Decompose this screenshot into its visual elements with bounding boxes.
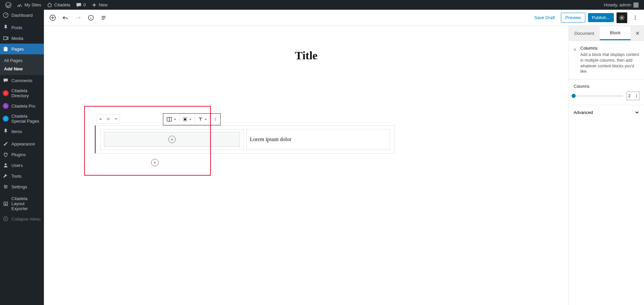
comments-link[interactable]: 0: [73, 0, 89, 10]
columns-value: 2: [628, 94, 631, 98]
valign-icon: [197, 116, 203, 122]
sidebar-item-users[interactable]: Users: [0, 160, 44, 171]
sidebar-item-dashboard[interactable]: Dashboard: [0, 10, 44, 20]
plus-icon: [91, 2, 97, 8]
panel-close[interactable]: ✕: [631, 30, 644, 37]
advanced-section[interactable]: Advanced: [569, 105, 644, 120]
preview-button[interactable]: Preview: [561, 13, 585, 22]
citadela-special-icon: [3, 116, 9, 122]
plus-circle-icon: +: [151, 159, 159, 166]
sidebar-item-citadela-layout[interactable]: Citadela Layout Exporter: [0, 194, 44, 213]
sidebar-item-items[interactable]: Items: [0, 126, 44, 137]
block-type-columns[interactable]: [163, 114, 179, 125]
block-desc-text: Add a block that displays content in mul…: [580, 52, 639, 74]
block-more-button[interactable]: [210, 114, 220, 125]
column-appender[interactable]: +: [104, 132, 240, 147]
svg-point-5: [5, 187, 6, 188]
sidebar-item-citadela-directory[interactable]: Citadela Directory: [0, 86, 44, 101]
sidebar-item-tools[interactable]: Tools: [0, 171, 44, 181]
valign-button[interactable]: [195, 114, 210, 125]
svg-point-4: [6, 186, 7, 187]
site-name-label: Citadela: [54, 2, 70, 7]
sidebar-item-label: Items: [11, 129, 22, 134]
chevron-down-icon: [189, 118, 192, 121]
new-label: New: [99, 2, 108, 7]
undo-button[interactable]: [60, 12, 71, 23]
save-draft-button[interactable]: Save Draft: [531, 13, 558, 22]
columns-label: Columns: [574, 84, 639, 89]
sidebar-item-posts[interactable]: Posts: [0, 22, 44, 33]
add-block-button[interactable]: [47, 12, 58, 23]
sidebar-item-label: Appearance: [11, 141, 35, 146]
admin-bar: My Sites Citadela 0 New Howdy, admin: [0, 0, 644, 10]
sidebar-item-pages[interactable]: Pages: [0, 44, 44, 54]
sidebar-item-media[interactable]: Media: [0, 33, 44, 44]
sidebar-item-label: Dashboard: [11, 13, 33, 18]
admin-bar-right[interactable]: Howdy, admin: [601, 2, 641, 8]
redo-icon: [75, 14, 81, 21]
sidebar-item-comments[interactable]: Comments: [0, 75, 44, 86]
settings-panel: Document Block ✕ Columns Add a block tha…: [569, 26, 644, 305]
media-icon: [3, 35, 9, 41]
dots-vertical-icon: [213, 116, 218, 122]
citadela-dir-icon: [3, 90, 9, 96]
sidebar-item-label: Users: [11, 163, 23, 168]
submenu-add-new[interactable]: Add New: [0, 65, 44, 73]
chevron-down-icon: [204, 118, 207, 121]
column-2[interactable]: Lorem ipsum dolor: [246, 129, 390, 150]
svg-point-12: [635, 19, 636, 20]
editor-canvas[interactable]: Title: [44, 26, 569, 305]
sidebar-item-label: Plugins: [11, 152, 26, 157]
sidebar-item-appearance[interactable]: Appearance: [0, 138, 44, 149]
new-link[interactable]: New: [89, 0, 110, 10]
site-link[interactable]: Citadela: [44, 0, 73, 10]
sidebar-item-citadela-special[interactable]: Citadela Special Pages: [0, 111, 44, 126]
more-menu[interactable]: [630, 12, 641, 23]
sidebar-item-plugins[interactable]: Plugins: [0, 149, 44, 160]
svg-point-22: [215, 119, 216, 120]
move-up[interactable]: [97, 115, 105, 123]
wp-logo[interactable]: [3, 0, 14, 10]
comment-icon: [3, 77, 9, 83]
comment-icon: [76, 2, 82, 8]
column-1[interactable]: +: [100, 129, 244, 150]
sidebar-item-settings[interactable]: Settings: [0, 181, 44, 192]
dots-vertical-icon: [632, 14, 639, 21]
svg-point-16: [107, 119, 108, 120]
sidebar-item-label: Citadela Directory: [11, 88, 41, 98]
columns-icon: [166, 116, 173, 123]
submenu-all-pages[interactable]: All Pages: [0, 56, 44, 65]
drag-icon: [106, 117, 110, 121]
drag-handle[interactable]: [105, 115, 112, 123]
sidebar-item-citadela-pro[interactable]: Citadela Pro: [0, 101, 44, 111]
columns-slider[interactable]: [574, 96, 623, 97]
redo-button[interactable]: [73, 12, 83, 23]
block-appender[interactable]: +: [151, 159, 159, 166]
publish-button[interactable]: Publish...: [588, 13, 614, 22]
page-title[interactable]: Title: [156, 49, 457, 62]
gear-icon: [619, 14, 625, 21]
info-button[interactable]: [85, 12, 96, 23]
home-icon: [47, 2, 53, 8]
slider-thumb[interactable]: [572, 94, 576, 98]
my-sites[interactable]: My Sites: [14, 0, 44, 10]
admin-bar-left: My Sites Citadela 0 New: [3, 0, 110, 10]
column-text[interactable]: Lorem ipsum dolor: [247, 136, 295, 142]
svg-point-3: [4, 185, 5, 186]
sidebar-collapse[interactable]: Collapse menu: [0, 213, 44, 224]
svg-rect-20: [184, 119, 186, 120]
columns-input[interactable]: 2 ▲▼: [627, 92, 639, 100]
outline-button[interactable]: [98, 12, 109, 23]
sidebar-item-label: Citadela Special Pages: [11, 114, 41, 124]
tab-block[interactable]: Block: [600, 26, 631, 40]
sidebar-item-label: Pages: [11, 47, 24, 52]
align-button[interactable]: [179, 114, 195, 125]
svg-point-23: [215, 120, 216, 121]
block-description: Columns Add a block that displays conten…: [569, 41, 644, 79]
block-mover[interactable]: [97, 114, 120, 124]
spinner-buttons[interactable]: ▲▼: [636, 94, 638, 98]
columns-block[interactable]: + Lorem ipsum dolor: [95, 125, 395, 154]
tab-document[interactable]: Document: [569, 27, 600, 40]
move-down[interactable]: [112, 115, 120, 123]
settings-toggle[interactable]: [617, 12, 627, 23]
